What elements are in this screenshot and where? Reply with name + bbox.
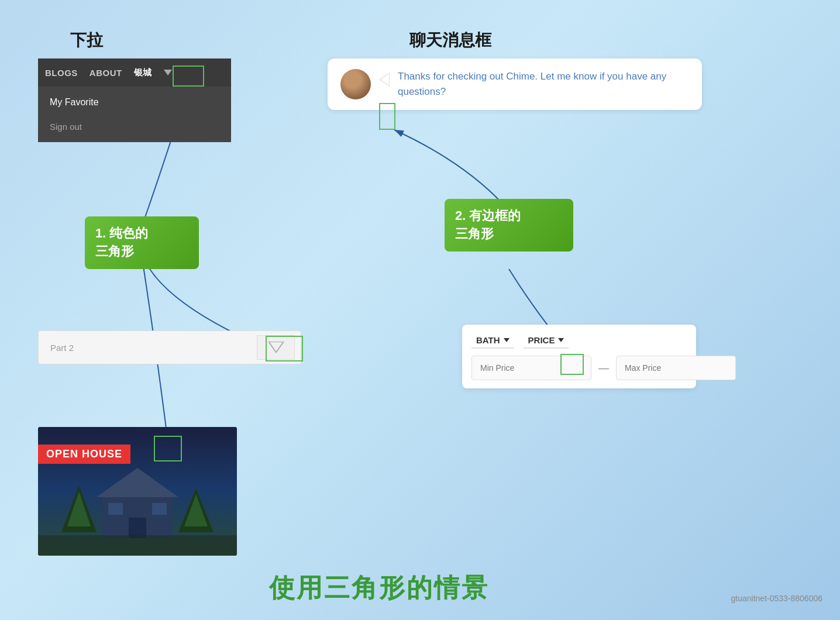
chat-message: Thanks for checking out Chime. Let me kn… [328,58,702,110]
svg-rect-4 [129,518,146,538]
watermark-text: gtuanitnet-0533-8806006 [731,594,822,603]
max-price-input[interactable] [616,356,736,380]
svg-rect-6 [152,503,167,515]
open-house-banner: OPEN HOUSE [38,445,130,464]
price-label: PRICE [528,335,555,345]
navbar-item-about[interactable]: ABOUT [89,68,122,78]
chat-container: Thanks for checking out Chime. Let me kn… [328,58,702,110]
filter-row: BATH PRICE [471,333,687,349]
bottom-text-container: 使用三角形的情景 [269,571,489,605]
chat-message-text: Thanks for checking out Chime. Let me kn… [398,69,689,99]
solid-triangle-down-icon [164,70,172,75]
watermark-container: gtuanitnet-0533-8806006 [731,593,822,604]
part2-input-container: Part 2 [38,330,301,364]
highlight-openhouse-triangle [154,436,182,461]
green-annotation-2: 2. 有边框的三角形 [445,199,573,252]
chat-triangle-box [378,69,391,90]
price-dropdown-icon [558,338,564,342]
bottom-main-text: 使用三角形的情景 [269,573,489,602]
highlight-navbar-triangle [173,66,204,87]
open-house-container: OPEN HOUSE [38,427,237,556]
chat-avatar-image [340,69,371,99]
price-filter-button[interactable]: PRICE [524,333,569,349]
dropdown-item-favorite[interactable]: My Favorite [38,90,231,115]
outlined-triangle-left-icon [379,73,390,87]
outlined-triangle-left-inner [380,74,389,85]
green-annotation-1-text: 1. 纯色的三角形 [95,226,148,259]
price-separator: — [596,362,611,374]
section-label-xia-la: 下拉 [70,29,103,51]
navbar-item-blogs[interactable]: BLOGS [45,68,78,78]
dropdown-item-signout[interactable]: Sign out [38,115,231,139]
dropdown-menu: My Favorite Sign out [38,87,231,142]
green-annotation-2-text: 2. 有边框的三角形 [455,208,521,241]
navbar-item-yincheng[interactable]: 银城 [134,67,152,78]
highlight-chat-triangle [379,103,395,130]
bath-filter-button[interactable]: BATH [471,333,514,349]
svg-rect-5 [108,503,123,515]
bath-label: BATH [476,335,500,345]
navbar-dropdown-trigger[interactable] [164,70,172,75]
highlight-price-triangle [560,354,584,375]
bath-dropdown-icon [504,338,509,342]
part2-label: Part 2 [44,343,257,353]
green-annotation-1: 1. 纯色的三角形 [85,216,199,269]
section-label-chat: 聊天消息框 [409,29,491,51]
highlight-part2-triangle [266,336,303,361]
svg-rect-11 [38,535,237,556]
chat-avatar [340,69,371,99]
